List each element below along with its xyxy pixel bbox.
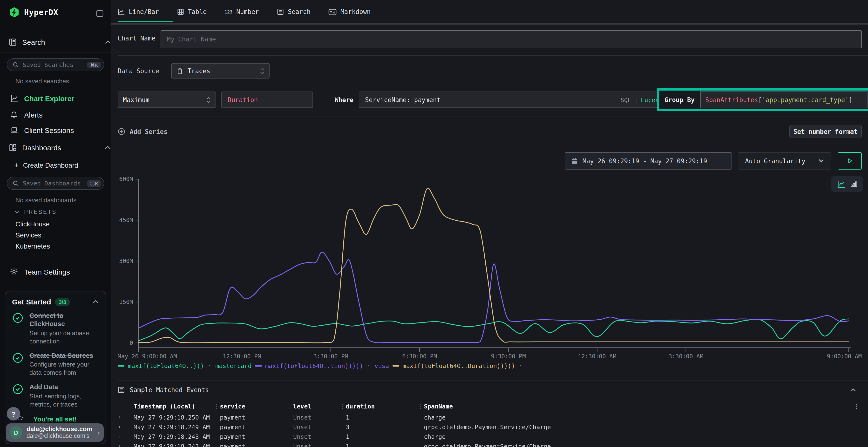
tab-underline-track — [111, 23, 868, 25]
create-dashboard-label: Create Dashboard — [23, 161, 79, 169]
saved-dashboards-placeholder: Saved Dashboards — [23, 180, 84, 187]
preset-clickhouse[interactable]: ClickHouse — [16, 220, 50, 228]
column-header-spanname[interactable]: SpanName — [424, 403, 850, 410]
chevron-up-icon[interactable] — [105, 40, 111, 44]
svg-text:6:30:00 PM: 6:30:00 PM — [402, 353, 437, 360]
granularity-select[interactable]: Auto Granularity — [738, 152, 831, 170]
events-panel-title: Sample Matched Events — [130, 386, 209, 393]
events-panel-header[interactable]: Sample Matched Events — [118, 384, 868, 396]
check-circle-icon — [12, 383, 24, 409]
field-value: Duration — [227, 96, 258, 103]
sidebar-item-label: Alerts — [24, 110, 43, 119]
chevron-up-icon[interactable] — [850, 387, 857, 392]
where-value: ServiceName: payment — [365, 96, 440, 103]
svg-text:9:00:00 AM: 9:00:00 AM — [827, 353, 862, 360]
dashboards-section-label: Dashboards — [22, 143, 61, 151]
chevron-down-icon — [14, 210, 20, 214]
timeseries-chart[interactable]: 0150M300M450M600MMay 26 9:00:00 AM12:30:… — [118, 172, 868, 361]
table-row[interactable]: ›May 27 9:29:18.249 AMpaymentUnset3grpc.… — [118, 422, 868, 432]
chart-name-placeholder: My Chart Name — [167, 36, 216, 43]
list-icon — [277, 8, 284, 15]
group-by-input[interactable]: SpanAttributes['app.payment.card_type'] — [700, 91, 868, 108]
table-row[interactable]: ›May 27 9:29:18.243 AMpaymentUnset1charg… — [118, 432, 868, 441]
row-expand-icon[interactable]: › — [118, 423, 133, 430]
chart-canvas: 0150M300M450M600MMay 26 9:00:00 AM12:30:… — [118, 172, 868, 361]
run-query-button[interactable] — [838, 152, 862, 170]
date-range-input[interactable]: May 26 09:29:19 - May 27 09:29:19 — [565, 152, 732, 170]
presets-section-toggle[interactable]: PRESETS — [14, 209, 57, 215]
get-started-item-title: Connect to ClickHouse — [29, 312, 99, 329]
legend-entry[interactable]: maxIf(toFloat64O..Duration)))))· — [392, 362, 523, 370]
sidebar-item-team-settings[interactable]: Team Settings — [0, 265, 111, 278]
saved-dashboards-input[interactable]: Saved Dashboards ⌘K — [7, 177, 104, 190]
lang-separator: | — [631, 96, 641, 103]
table-row[interactable]: ›May 27 9:29:18.250 AMpaymentUnset1charg… — [118, 412, 868, 422]
kebab-menu-icon[interactable]: ⋮ — [850, 403, 868, 410]
chart-type-tabs: Line/Bar Table 123 Number Search — [111, 0, 868, 25]
preset-kubernetes[interactable]: Kubernetes — [16, 242, 50, 250]
get-started-item-title: Add Data — [29, 383, 99, 391]
granularity-value: Auto Granularity — [745, 157, 805, 165]
aggregation-select[interactable]: Maximum — [118, 92, 216, 108]
get-started-item-desc: Set up your database connection — [29, 330, 99, 346]
events-table-header: Timestamp (Local) service level duration… — [118, 401, 868, 411]
sidebar-item-client-sessions[interactable]: Client Sessions — [0, 123, 111, 137]
get-started-item[interactable]: Add Data Start sending logs, metrics, or… — [12, 383, 99, 409]
legend-swatch — [392, 365, 399, 367]
column-header-level[interactable]: level — [293, 403, 346, 410]
row-expand-icon[interactable]: › — [118, 443, 133, 447]
bell-icon — [10, 110, 18, 119]
row-expand-icon[interactable]: › — [118, 414, 133, 420]
tab-label: Line/Bar — [129, 8, 159, 15]
get-started-celebration[interactable]: You're all set! — [12, 415, 99, 424]
create-dashboard-button[interactable]: + Create Dashboard — [14, 161, 78, 169]
user-menu[interactable]: D dale@clickhouse.com dale@clickhouse.co… — [6, 423, 104, 442]
help-button[interactable]: ? — [7, 407, 20, 420]
chevron-up-icon[interactable] — [105, 145, 111, 149]
markdown-icon — [329, 8, 337, 15]
group-by-key: 'app.payment.card_type' — [762, 96, 849, 103]
shortcut-badge: ⌘K — [88, 61, 101, 68]
column-header-timestamp[interactable]: Timestamp (Local) — [133, 403, 220, 410]
sidebar-collapse-icon[interactable] — [95, 10, 104, 18]
field-input[interactable]: Duration — [221, 92, 313, 108]
legend-entry[interactable]: maxIf(toFloat64O..)))·mastercard — [118, 362, 252, 370]
help-label: ? — [11, 410, 16, 418]
data-source-select[interactable]: Traces — [171, 63, 270, 78]
brand-logo[interactable]: HyperDX — [9, 7, 58, 18]
where-input[interactable]: ServiceName: payment SQL|Lucene — [359, 92, 669, 108]
series-config-row: Maximum Duration Where ServiceName: paym… — [111, 92, 868, 108]
saved-searches-input[interactable]: Saved Searches ⌘K — [7, 58, 104, 71]
set-number-format-button[interactable]: Set number format — [789, 125, 862, 138]
add-series-button[interactable]: Add Series — [118, 125, 167, 138]
column-header-duration[interactable]: duration — [346, 403, 424, 410]
sidebar-section-dashboards[interactable]: Dashboards — [0, 140, 120, 154]
chart-legend: maxIf(toFloat64O..)))·mastercard maxIf(t… — [118, 362, 523, 370]
row-expand-icon[interactable]: › — [118, 433, 133, 440]
tab-search[interactable]: Search — [277, 0, 311, 22]
column-header-service[interactable]: service — [220, 403, 293, 410]
get-started-item[interactable]: Connect to ClickHouse Set up your databa… — [12, 312, 99, 346]
presets-label: PRESETS — [24, 209, 57, 215]
get-started-item-desc: Start sending logs, metrics, or traces — [29, 392, 99, 409]
svg-text:May 26 9:00:00 AM: May 26 9:00:00 AM — [118, 353, 177, 360]
legend-entry[interactable]: maxIf(toFloat64O..tion)))))·visa — [255, 362, 389, 370]
preset-services[interactable]: Services — [16, 231, 41, 239]
database-icon — [177, 67, 183, 74]
get-started-item-desc: Configure where your data comes from — [29, 361, 99, 377]
user-org: dale@clickhouse.com's — [27, 433, 92, 440]
sql-toggle[interactable]: SQL — [620, 96, 631, 103]
chevron-up-icon[interactable] — [93, 300, 99, 304]
sidebar-section-search[interactable]: Search — [0, 32, 120, 53]
tab-line-bar[interactable]: Line/Bar — [118, 0, 159, 22]
table-row[interactable]: ›May 27 9:29:18.243 AMpaymentUnset1grpc.… — [118, 441, 868, 447]
sidebar-item-alerts[interactable]: Alerts — [0, 108, 111, 122]
tab-number[interactable]: 123 Number — [225, 0, 259, 22]
tab-table[interactable]: Table — [177, 0, 207, 22]
sidebar-item-chart-explorer[interactable]: Chart Explorer — [0, 92, 111, 105]
get-started-item[interactable]: Create Data Sources Configure where your… — [12, 352, 99, 377]
svg-text:12:30:00 AM: 12:30:00 AM — [578, 353, 616, 360]
chart-name-input[interactable]: My Chart Name — [161, 30, 862, 48]
data-source-label: Data Source — [118, 67, 159, 75]
tab-markdown[interactable]: Markdown — [329, 0, 371, 22]
